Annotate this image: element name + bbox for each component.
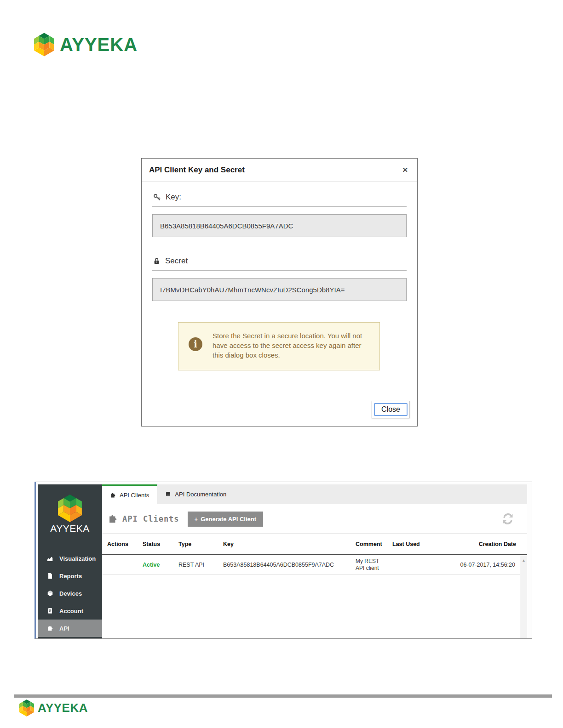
key-label: Key: (166, 193, 181, 202)
col-status: Status (138, 541, 173, 547)
secret-label: Secret (165, 256, 188, 266)
sidebar-item-account[interactable]: Account (38, 602, 102, 620)
api-key-secret-dialog: API Client Key and Secret ✕ Key: B653A85… (141, 158, 418, 427)
dialog-body: Key: B653A85818B64405A6DCB0855F9A7ADC Se… (142, 182, 417, 370)
ayyeka-hexagon-icon (19, 698, 34, 718)
cell-type: REST API (173, 560, 218, 570)
section-heading: API Clients (108, 514, 179, 524)
ayyeka-hexagon-icon (34, 30, 54, 59)
cell-last-used (387, 563, 450, 567)
info-icon: i (189, 337, 202, 351)
col-creation-date: Creation Date (450, 541, 527, 547)
ayyeka-logo-text: AYYEKA (38, 701, 88, 715)
sidebar: AYYEKA Visualization Reports (38, 484, 102, 638)
table-row[interactable]: Active REST API B653A85818B64405A6DCB085… (102, 555, 520, 575)
secret-label-row: Secret (152, 254, 407, 271)
key-label-row: Key: (152, 190, 407, 207)
col-type: Type (173, 541, 218, 547)
puzzle-icon (47, 625, 53, 631)
key-icon (153, 193, 161, 201)
tab-api-clients[interactable]: API Clients (102, 484, 157, 504)
sidebar-item-api[interactable]: API (38, 620, 102, 637)
puzzle-icon (110, 492, 116, 498)
plus-icon: + (195, 516, 198, 523)
close-icon[interactable]: ✕ (402, 166, 408, 174)
ayyeka-hexagon-icon (58, 495, 82, 522)
sidebar-item-devices[interactable]: Devices (38, 585, 102, 602)
section-heading-label: API Clients (122, 514, 179, 523)
table-header: Actions Status Type Key Comment Last Use… (102, 534, 527, 555)
scroll-up-icon: ▲ (522, 558, 526, 563)
book-icon (165, 491, 171, 497)
secret-warning-box: i Store the Secret in a secure location.… (178, 322, 380, 370)
sidebar-logo: AYYEKA (38, 484, 102, 534)
table-body: Active REST API B653A85818B64405A6DCB085… (102, 555, 527, 638)
puzzle-icon (108, 514, 118, 524)
dialog-title: API Client Key and Secret (149, 165, 245, 175)
sidebar-item-label: Devices (59, 590, 82, 597)
sidebar-logo-text: AYYEKA (38, 523, 102, 534)
sidebar-item-reports[interactable]: Reports (38, 567, 102, 585)
chart-icon (47, 555, 53, 562)
col-key: Key (218, 541, 350, 547)
ayyeka-app-window: AYYEKA Visualization Reports (34, 482, 532, 639)
sidebar-item-label: API (59, 625, 69, 632)
cell-comment: My REST API client (350, 556, 387, 574)
ayyeka-footer-logo: AYYEKA (19, 698, 88, 718)
ayyeka-header-logo: AYYEKA (34, 30, 138, 59)
close-button[interactable]: Close (372, 401, 410, 418)
generate-api-client-button[interactable]: + Generate API Client (188, 512, 263, 527)
col-last-used: Last Used (387, 541, 450, 547)
toolbar: API Clients + Generate API Client (102, 504, 527, 534)
cube-icon (47, 590, 53, 597)
tab-bar: API Clients API Documentation (102, 484, 527, 504)
main-content: API Clients API Documentation API Client… (102, 484, 527, 638)
col-comment: Comment (350, 541, 387, 547)
cell-key: B653A85818B64405A6DCB0855F9A7ADC (218, 560, 350, 570)
ayyeka-logo-text: AYYEKA (60, 34, 138, 55)
tab-label: API Clients (120, 492, 149, 499)
refresh-button[interactable] (496, 513, 520, 524)
warning-text: Store the Secret in a secure location. Y… (213, 331, 370, 360)
table-scrollbar[interactable]: ▲ (520, 555, 527, 638)
refresh-icon (502, 513, 513, 524)
tab-api-documentation[interactable]: API Documentation (157, 484, 234, 504)
report-icon (47, 573, 53, 579)
cell-actions (102, 563, 138, 567)
footer-divider (14, 694, 552, 698)
lock-icon (153, 257, 160, 265)
dialog-header: API Client Key and Secret ✕ (142, 159, 417, 182)
cell-creation-date: 06-07-2017, 14:56:20 (450, 560, 520, 570)
secret-value-field[interactable]: I7BMvDHCabY0hAU7MhmTncWNcvZIuD2SCong5Db8… (152, 278, 407, 301)
account-icon (47, 608, 53, 614)
sidebar-nav: Visualization Reports Devices (38, 550, 102, 637)
sidebar-item-label: Visualization (59, 555, 96, 562)
close-button-label: Close (374, 403, 408, 416)
status-badge: Active (138, 560, 173, 570)
col-actions: Actions (102, 541, 138, 547)
tab-label: API Documentation (175, 491, 226, 498)
sidebar-item-visualization[interactable]: Visualization (38, 550, 102, 567)
sidebar-item-label: Account (59, 608, 83, 614)
key-value-field[interactable]: B653A85818B64405A6DCB0855F9A7ADC (152, 214, 407, 237)
sidebar-item-label: Reports (59, 573, 82, 580)
generate-button-label: Generate API Client (201, 516, 256, 523)
